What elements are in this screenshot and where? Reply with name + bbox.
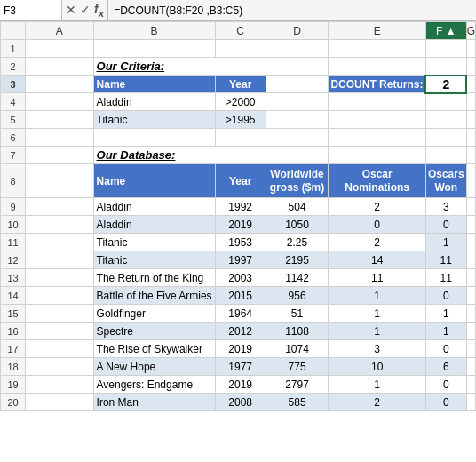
cell-e4[interactable]: [329, 93, 426, 111]
cell-a11[interactable]: [26, 234, 94, 251]
cell-a3[interactable]: [26, 76, 94, 93]
col-header-e[interactable]: E: [329, 22, 426, 40]
db-name-12[interactable]: Titanic: [93, 251, 215, 269]
cell-g11[interactable]: [466, 234, 475, 251]
cell-b6[interactable]: [93, 129, 215, 147]
db-nom-19[interactable]: 1: [329, 376, 426, 394]
cell-g2[interactable]: [466, 58, 475, 76]
db-year-16[interactable]: 2012: [215, 323, 266, 340]
cell-a15[interactable]: [26, 305, 94, 323]
col-header-b[interactable]: B: [93, 22, 215, 40]
db-nom-20[interactable]: 2: [329, 394, 426, 411]
db-name-13[interactable]: The Return of the King: [93, 269, 215, 287]
cell-g9[interactable]: [466, 198, 475, 216]
criteria-year-2[interactable]: >1995: [215, 111, 266, 129]
db-won-20[interactable]: 0: [425, 394, 466, 411]
cell-g8[interactable]: [466, 164, 475, 198]
cell-g10[interactable]: [466, 216, 475, 234]
cell-g13[interactable]: [466, 269, 475, 287]
cell-g7[interactable]: [466, 147, 475, 164]
db-gross-14[interactable]: 956: [266, 287, 329, 305]
cell-g6[interactable]: [466, 129, 475, 147]
db-nom-14[interactable]: 1: [329, 287, 426, 305]
db-won-10[interactable]: 0: [425, 216, 466, 234]
cell-b1[interactable]: [93, 40, 215, 58]
db-name-15[interactable]: Goldfinger: [93, 305, 215, 323]
cell-a8[interactable]: [26, 164, 94, 198]
cell-d2[interactable]: [266, 58, 329, 76]
db-name-19[interactable]: Avengers: Endgame: [93, 376, 215, 394]
db-header-nominations[interactable]: Oscar Nominations: [329, 164, 426, 198]
cell-g17[interactable]: [466, 340, 475, 358]
db-won-14[interactable]: 0: [425, 287, 466, 305]
cell-g19[interactable]: [466, 376, 475, 394]
db-year-13[interactable]: 2003: [215, 269, 266, 287]
cell-a2[interactable]: [26, 58, 94, 76]
dcount-result-cell[interactable]: 2: [425, 76, 466, 93]
db-name-20[interactable]: Iron Man: [93, 394, 215, 411]
db-name-18[interactable]: A New Hope: [93, 358, 215, 376]
col-header-d[interactable]: D: [266, 22, 329, 40]
db-won-13[interactable]: 11: [425, 269, 466, 287]
cell-g5[interactable]: [466, 111, 475, 129]
cell-c6[interactable]: [215, 129, 266, 147]
db-gross-20[interactable]: 585: [266, 394, 329, 411]
db-gross-15[interactable]: 51: [266, 305, 329, 323]
cell-reference[interactable]: F3: [0, 0, 62, 20]
cell-b2[interactable]: Our Criteria:: [93, 58, 266, 76]
col-header-a[interactable]: A: [26, 22, 94, 40]
cell-g12[interactable]: [466, 251, 475, 269]
db-won-18[interactable]: 6: [425, 358, 466, 376]
db-gross-11[interactable]: 2.25: [266, 234, 329, 251]
db-won-12[interactable]: 11: [425, 251, 466, 269]
cell-a7[interactable]: [26, 147, 94, 164]
db-nom-17[interactable]: 3: [329, 340, 426, 358]
col-header-g[interactable]: G: [466, 22, 475, 40]
cell-e5[interactable]: [329, 111, 426, 129]
cell-f6[interactable]: [425, 129, 466, 147]
cell-f2[interactable]: [425, 58, 466, 76]
cell-g14[interactable]: [466, 287, 475, 305]
db-name-11[interactable]: Titanic: [93, 234, 215, 251]
db-gross-12[interactable]: 2195: [266, 251, 329, 269]
cell-e6[interactable]: [329, 129, 426, 147]
formula-input[interactable]: =DCOUNT(B8:F20 ,B3:C5): [107, 0, 476, 20]
cell-g15[interactable]: [466, 305, 475, 323]
db-header-name[interactable]: Name: [93, 164, 215, 198]
db-year-10[interactable]: 2019: [215, 216, 266, 234]
db-name-14[interactable]: Battle of the Five Armies: [93, 287, 215, 305]
cell-a10[interactable]: [26, 216, 94, 234]
cell-e7[interactable]: [329, 147, 426, 164]
cell-d1[interactable]: [266, 40, 329, 58]
db-nom-10[interactable]: 0: [329, 216, 426, 234]
criteria-name-1[interactable]: Aladdin: [93, 93, 215, 111]
db-gross-10[interactable]: 1050: [266, 216, 329, 234]
db-won-16[interactable]: 1: [425, 323, 466, 340]
db-nom-13[interactable]: 11: [329, 269, 426, 287]
db-won-17[interactable]: 0: [425, 340, 466, 358]
cancel-icon[interactable]: ✕: [66, 3, 76, 17]
db-won-15[interactable]: 1: [425, 305, 466, 323]
criteria-name-header[interactable]: Name: [93, 76, 215, 93]
db-year-18[interactable]: 1977: [215, 358, 266, 376]
db-year-15[interactable]: 1964: [215, 305, 266, 323]
cell-d5[interactable]: [266, 111, 329, 129]
insert-function-icon[interactable]: fx: [94, 2, 104, 19]
cell-d4[interactable]: [266, 93, 329, 111]
cell-d6[interactable]: [266, 129, 329, 147]
db-nom-15[interactable]: 1: [329, 305, 426, 323]
cell-a19[interactable]: [26, 376, 94, 394]
db-gross-9[interactable]: 504: [266, 198, 329, 216]
col-header-c[interactable]: C: [215, 22, 266, 40]
cell-e2[interactable]: [329, 58, 426, 76]
cell-a18[interactable]: [26, 358, 94, 376]
db-nom-12[interactable]: 14: [329, 251, 426, 269]
cell-d3[interactable]: [266, 76, 329, 93]
cell-a14[interactable]: [26, 287, 94, 305]
db-nom-18[interactable]: 10: [329, 358, 426, 376]
cell-f5[interactable]: [425, 111, 466, 129]
cell-c1[interactable]: [215, 40, 266, 58]
cell-g4[interactable]: [466, 93, 475, 111]
db-year-19[interactable]: 2019: [215, 376, 266, 394]
db-year-9[interactable]: 1992: [215, 198, 266, 216]
